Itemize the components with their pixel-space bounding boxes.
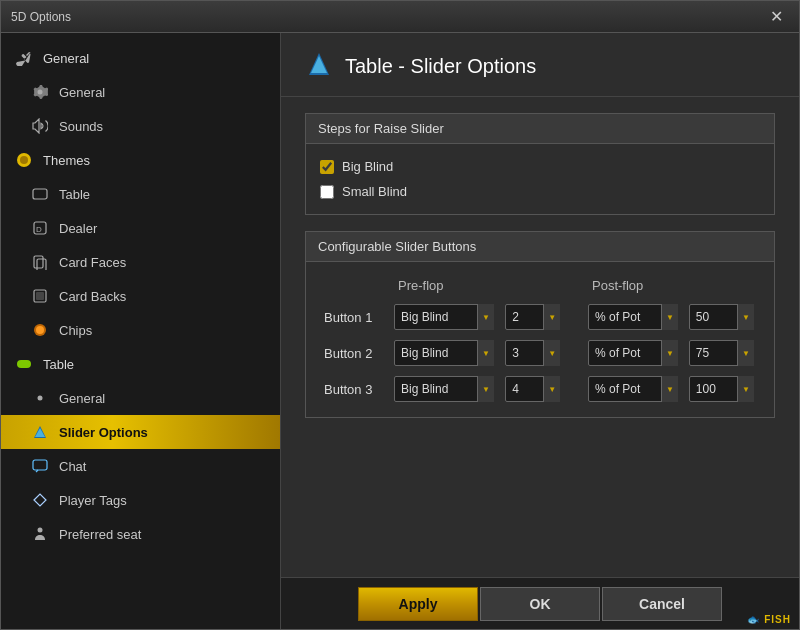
postflop-type-select-1[interactable]: % of Pot% Of Potof PotFixed bbox=[588, 304, 678, 330]
table-section-icon bbox=[15, 355, 33, 373]
main-content: Table - Slider Options Steps for Raise S… bbox=[281, 33, 799, 629]
sidebar-item-player-tags[interactable]: Player Tags bbox=[1, 483, 280, 517]
slider-row-3: Button 3Big BlindSmall BlindFixed123456%… bbox=[320, 371, 760, 407]
small-blind-checkbox[interactable] bbox=[320, 185, 334, 199]
sidebar-label-general-parent: General bbox=[43, 51, 89, 66]
main-window: 5D Options ✕ General General bbox=[0, 0, 800, 630]
postflop-val-select-1[interactable]: 255075100125150 bbox=[689, 304, 754, 330]
dealer-icon: D bbox=[31, 219, 49, 237]
sidebar-label-slider-options: Slider Options bbox=[59, 425, 148, 440]
preflop-num-cell-1: 123456 bbox=[501, 299, 566, 335]
svg-rect-9 bbox=[36, 292, 44, 300]
steps-section: Steps for Raise Slider Big Blind Small B… bbox=[305, 113, 775, 215]
postflop-val-select-2[interactable]: 255075100125150 bbox=[689, 340, 754, 366]
chips-icon bbox=[31, 321, 49, 339]
sidebar-label-table-theme: Table bbox=[59, 187, 90, 202]
preflop-type-select-3[interactable]: Big BlindSmall BlindFixed bbox=[394, 376, 494, 402]
preferred-seat-icon bbox=[31, 525, 49, 543]
svg-rect-6 bbox=[34, 256, 43, 268]
svg-rect-3 bbox=[33, 189, 47, 199]
small-blind-row: Small Blind bbox=[320, 179, 760, 204]
configurable-section: Configurable Slider Buttons Pre-flop Pos… bbox=[305, 231, 775, 418]
svg-rect-16 bbox=[33, 460, 47, 470]
brand-label: 🐟 FISH bbox=[747, 614, 791, 625]
cancel-button[interactable]: Cancel bbox=[602, 587, 722, 621]
sidebar-label-card-backs: Card Backs bbox=[59, 289, 126, 304]
sidebar-item-general-child[interactable]: General bbox=[1, 75, 280, 109]
postflop-type-select-2[interactable]: % of Pot% Of Potof PotFixed bbox=[588, 340, 678, 366]
steps-section-title: Steps for Raise Slider bbox=[306, 114, 774, 144]
postflop-type-cell-1: % of Pot% Of Potof PotFixed bbox=[584, 299, 685, 335]
svg-point-2 bbox=[20, 156, 28, 164]
sound-icon bbox=[31, 117, 49, 135]
postflop-val-select-3[interactable]: 255075100125150 bbox=[689, 376, 754, 402]
svg-marker-15 bbox=[35, 428, 45, 437]
preflop-type-select-1[interactable]: Big BlindSmall BlindFixed bbox=[394, 304, 494, 330]
card-faces-icon bbox=[31, 253, 49, 271]
table-general-gear-icon bbox=[31, 389, 49, 407]
sidebar-item-table-general[interactable]: General bbox=[1, 381, 280, 415]
main-body: Steps for Raise Slider Big Blind Small B… bbox=[281, 97, 799, 577]
svg-point-11 bbox=[36, 326, 44, 334]
button-label-3: Button 3 bbox=[320, 371, 390, 407]
big-blind-label: Big Blind bbox=[342, 159, 393, 174]
postflop-val-cell-1: 255075100125150 bbox=[685, 299, 760, 335]
slider-row-2: Button 2Big BlindSmall BlindFixed123456%… bbox=[320, 335, 760, 371]
preflop-type-select-2[interactable]: Big BlindSmall BlindFixed bbox=[394, 340, 494, 366]
themes-icon bbox=[15, 151, 33, 169]
content-area: General General Sounds The bbox=[1, 33, 799, 629]
svg-marker-19 bbox=[311, 56, 327, 73]
sidebar-label-chat: Chat bbox=[59, 459, 86, 474]
sidebar-label-themes: Themes bbox=[43, 153, 90, 168]
sidebar-item-chips[interactable]: Chips bbox=[1, 313, 280, 347]
sidebar-item-chat[interactable]: Chat bbox=[1, 449, 280, 483]
configurable-section-title: Configurable Slider Buttons bbox=[306, 232, 774, 262]
col-header-postflop: Post-flop bbox=[584, 272, 760, 299]
postflop-type-cell-3: % of Pot% Of Potof PotFixed bbox=[584, 371, 685, 407]
sidebar-item-table-section[interactable]: Table bbox=[1, 347, 280, 381]
big-blind-checkbox[interactable] bbox=[320, 160, 334, 174]
postflop-type-cell-2: % of Pot% Of Potof PotFixed bbox=[584, 335, 685, 371]
sidebar-item-dealer[interactable]: D Dealer bbox=[1, 211, 280, 245]
sidebar-label-preferred-seat: Preferred seat bbox=[59, 527, 141, 542]
sidebar-label-sounds: Sounds bbox=[59, 119, 103, 134]
col-header-preflop: Pre-flop bbox=[390, 272, 566, 299]
sidebar-item-table-theme[interactable]: Table bbox=[1, 177, 280, 211]
slider-icon bbox=[31, 423, 49, 441]
sidebar-item-card-backs[interactable]: Card Backs bbox=[1, 279, 280, 313]
ok-button[interactable]: OK bbox=[480, 587, 600, 621]
sidebar-item-slider-options[interactable]: Slider Options bbox=[1, 415, 280, 449]
sidebar-label-chips: Chips bbox=[59, 323, 92, 338]
preflop-type-cell-1: Big BlindSmall BlindFixed bbox=[390, 299, 501, 335]
page-title: Table - Slider Options bbox=[345, 55, 536, 78]
preflop-num-cell-3: 123456 bbox=[501, 371, 566, 407]
sidebar-label-card-faces: Card Faces bbox=[59, 255, 126, 270]
chat-icon bbox=[31, 457, 49, 475]
preflop-num-cell-2: 123456 bbox=[501, 335, 566, 371]
table-theme-icon bbox=[31, 185, 49, 203]
apply-button[interactable]: Apply bbox=[358, 587, 478, 621]
preflop-num-select-3[interactable]: 123456 bbox=[505, 376, 560, 402]
preflop-num-select-2[interactable]: 123456 bbox=[505, 340, 560, 366]
close-button[interactable]: ✕ bbox=[764, 7, 789, 27]
big-blind-row: Big Blind bbox=[320, 154, 760, 179]
svg-point-13 bbox=[38, 396, 43, 401]
postflop-type-select-3[interactable]: % of Pot% Of Potof PotFixed bbox=[588, 376, 678, 402]
svg-point-17 bbox=[38, 528, 43, 533]
slider-row-1: Button 1Big BlindSmall BlindFixed123456%… bbox=[320, 299, 760, 335]
bottom-bar: Apply OK Cancel 🐟 FISH bbox=[281, 577, 799, 629]
wrench-icon bbox=[15, 49, 33, 67]
sidebar-item-themes[interactable]: Themes bbox=[1, 143, 280, 177]
card-backs-icon bbox=[31, 287, 49, 305]
player-tags-icon bbox=[31, 491, 49, 509]
sidebar-item-sounds[interactable]: Sounds bbox=[1, 109, 280, 143]
sidebar-item-general-parent[interactable]: General bbox=[1, 41, 280, 75]
sidebar-item-preferred-seat[interactable]: Preferred seat bbox=[1, 517, 280, 551]
postflop-val-cell-3: 255075100125150 bbox=[685, 371, 760, 407]
titlebar: 5D Options ✕ bbox=[1, 1, 799, 33]
preflop-num-select-1[interactable]: 123456 bbox=[505, 304, 560, 330]
preflop-type-cell-3: Big BlindSmall BlindFixed bbox=[390, 371, 501, 407]
button-label-1: Button 1 bbox=[320, 299, 390, 335]
sidebar-label-table-section: Table bbox=[43, 357, 74, 372]
sidebar-item-card-faces[interactable]: Card Faces bbox=[1, 245, 280, 279]
